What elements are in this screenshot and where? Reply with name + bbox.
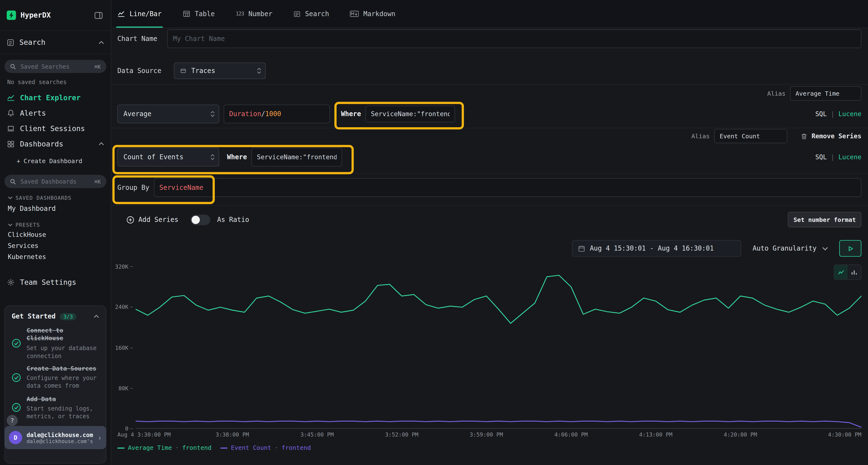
saved-searches-input[interactable]	[19, 62, 91, 70]
preset-item-services[interactable]: Services	[0, 240, 111, 251]
get-started-step-data-sources[interactable]: Create Data Sources Configure where your…	[5, 360, 106, 390]
no-saved-searches-text: No saved searches	[0, 73, 111, 86]
legend-item-average-time[interactable]: Average Time · frontend	[117, 444, 212, 452]
chart-name-label: Chart Name	[117, 35, 157, 43]
aggfn-value: Count of Events	[123, 153, 184, 161]
tab-search[interactable]: Search	[292, 0, 330, 28]
search-icon	[10, 178, 16, 184]
sidebar-item-dashboards[interactable]: Dashboards	[0, 136, 111, 152]
get-started-step-connect[interactable]: Connect to ClickHouse Set up your databa…	[5, 322, 106, 360]
check-circle-icon	[11, 327, 21, 360]
data-source-select[interactable]: Traces	[174, 62, 266, 79]
search-section-label: Search	[19, 38, 45, 46]
legend-series-group: frontend	[182, 444, 212, 452]
where-label: Where	[341, 110, 361, 118]
timeseries-chart-plot[interactable]	[136, 267, 862, 429]
gear-icon	[7, 278, 15, 286]
sql-toggle[interactable]: SQL	[815, 110, 827, 118]
series1-where-input[interactable]	[366, 106, 455, 122]
legend-series-name: Event Count	[231, 444, 271, 452]
series2-alias-input[interactable]	[714, 129, 787, 143]
series1-alias-input[interactable]	[790, 86, 861, 101]
data-source-label: Data Source	[117, 67, 161, 75]
divider	[111, 84, 868, 85]
markdown-icon	[350, 10, 359, 18]
sidebar-item-chart-explorer[interactable]: Chart Explorer	[0, 90, 111, 105]
aggfn-value: Average	[123, 110, 151, 118]
sidebar-nav: Chart Explorer Alerts Client Sessions Da…	[0, 90, 111, 152]
x-tick-label: 3:52:00 PM	[385, 432, 418, 437]
brand-name: HyperDX	[21, 11, 89, 19]
tab-markdown[interactable]: Markdown	[349, 0, 396, 28]
chevron-up-icon	[94, 315, 99, 318]
preset-item-kubernetes[interactable]: Kubernetes	[0, 251, 111, 262]
group-presets[interactable]: PRESETS	[0, 215, 111, 229]
saved-dashboards-input[interactable]	[19, 177, 91, 185]
tab-number[interactable]: 123 Number	[235, 0, 273, 28]
sql-toggle[interactable]: SQL	[815, 153, 827, 161]
data-source-value: Traces	[191, 67, 215, 75]
tab-line-bar[interactable]: Line/Bar	[116, 0, 162, 28]
chart-name-input[interactable]	[167, 29, 862, 48]
select-steppers-icon	[257, 67, 261, 74]
x-tick-label: 4:30:00 PM	[828, 432, 861, 437]
dashboard-item-my-dashboard[interactable]: My Dashboard	[0, 202, 111, 215]
group-by-input[interactable]: ServiceName	[154, 178, 862, 197]
series2-aggfn-select[interactable]: Count of Events	[117, 148, 219, 166]
group-saved-dashboards[interactable]: SAVED DASHBOARDS	[0, 188, 111, 202]
y-tick-label: 240K	[115, 304, 128, 310]
divider	[111, 173, 868, 174]
trash-icon	[801, 133, 808, 140]
get-started-title: Get Started	[11, 312, 56, 320]
add-series-button[interactable]: Add Series	[126, 215, 178, 224]
search-panel-icon	[7, 38, 14, 46]
y-tick-label: 320K	[115, 264, 128, 270]
bell-icon	[7, 109, 15, 117]
y-tick-mark	[130, 266, 133, 267]
y-tick-mark	[130, 388, 133, 388]
y-tick-label: 80K	[118, 385, 128, 391]
as-ratio-toggle[interactable]	[190, 214, 211, 225]
set-number-format-button[interactable]: Set number format	[788, 212, 861, 227]
plus-circle-icon	[126, 215, 134, 224]
help-button[interactable]: ?	[7, 415, 18, 426]
legend-item-event-count[interactable]: Event Count · frontend	[220, 444, 311, 452]
sidebar-collapse-button[interactable]	[93, 10, 104, 21]
granularity-value: Auto Granularity	[752, 244, 816, 252]
language-separator: |	[831, 110, 835, 118]
series2-where-input[interactable]	[251, 148, 342, 166]
get-started-step-add-data[interactable]: Add Data Start sending logs, metrics, or…	[5, 390, 106, 420]
play-icon	[847, 245, 853, 251]
field-denominator: 1000	[265, 110, 281, 118]
run-query-button[interactable]	[839, 240, 862, 257]
x-tick-label: 4:06:00 PM	[554, 432, 588, 437]
preset-item-label: Kubernetes	[8, 253, 46, 261]
series1-field-input[interactable]: Duration/1000	[224, 105, 330, 123]
preset-item-clickhouse[interactable]: ClickHouse	[0, 229, 111, 240]
saved-searches-search[interactable]: ⌘K	[4, 60, 106, 73]
x-tick-label: Aug 4 3:30:00 PM	[117, 432, 171, 437]
series1-aggfn-select[interactable]: Average	[117, 105, 219, 123]
hyperdx-logo-icon	[7, 10, 16, 20]
remove-series-button[interactable]: Remove Series	[801, 132, 862, 140]
create-dashboard-button[interactable]: + Create Dashboard	[0, 155, 111, 167]
sidebar-item-label: Chart Explorer	[20, 93, 81, 101]
sidebar-item-alerts[interactable]: Alerts	[0, 105, 111, 121]
granularity-select[interactable]: Auto Granularity	[748, 240, 833, 257]
user-menu[interactable]: D dale@clickhouse.com dale@clickhouse.co…	[4, 426, 106, 449]
step-desc: Configure where your data comes from	[27, 374, 99, 390]
sidebar-item-client-sessions[interactable]: Client Sessions	[0, 121, 111, 136]
sidebar-item-team-settings[interactable]: Team Settings	[0, 274, 111, 290]
tab-table[interactable]: Table	[182, 0, 216, 28]
tab-label: Search	[305, 10, 329, 18]
divider	[111, 128, 868, 128]
tab-label: Number	[248, 10, 273, 18]
lucene-toggle[interactable]: Lucene	[838, 110, 861, 118]
field-slash: /	[261, 110, 265, 118]
get-started-header[interactable]: Get Started 3/3	[5, 306, 106, 322]
sidebar-section-search[interactable]: Search	[0, 31, 111, 54]
saved-dashboards-search[interactable]: ⌘K	[4, 175, 106, 188]
remove-series-label: Remove Series	[812, 132, 862, 140]
lucene-toggle[interactable]: Lucene	[838, 153, 861, 161]
date-range-picker[interactable]: Aug 4 15:30:01 - Aug 4 16:30:01	[572, 240, 742, 257]
